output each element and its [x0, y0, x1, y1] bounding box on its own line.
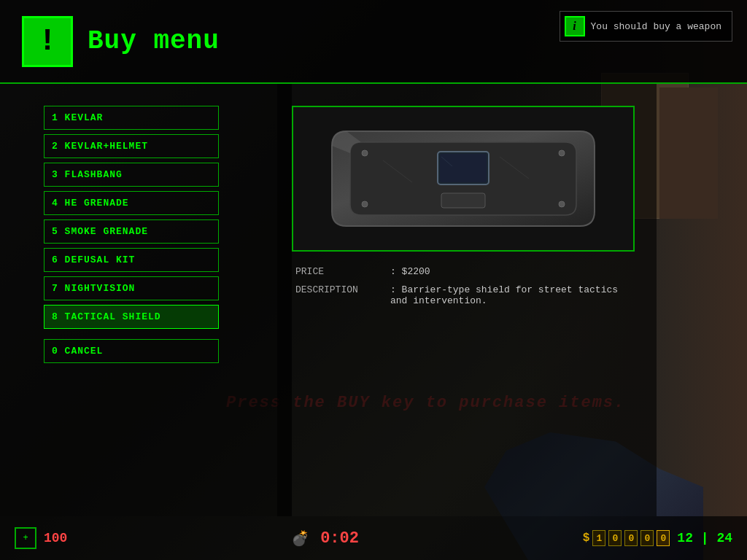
- description-row: DESCRIPTION : Barrier-type shield for st…: [295, 284, 638, 306]
- bomb-icon: 💣: [291, 529, 309, 548]
- ammo-reserve: 24: [716, 531, 732, 545]
- ammo-separator: |: [701, 531, 717, 545]
- health-icon: +: [15, 527, 36, 549]
- description-label: DESCRIPTION: [295, 284, 390, 295]
- notification-text: You should buy a weapon: [591, 21, 721, 32]
- svg-rect-3: [441, 193, 485, 208]
- exclamation-icon: !: [22, 16, 73, 67]
- item-details: PRICE : $2200 DESCRIPTION : Barrier-type…: [292, 266, 642, 306]
- health-value: 100: [44, 531, 67, 545]
- ammo-main: 12: [677, 531, 693, 545]
- bg-structure-2: [659, 88, 718, 219]
- item-image-container: [292, 106, 635, 252]
- svg-point-6: [362, 201, 368, 207]
- svg-point-5: [559, 150, 565, 156]
- menu-item-cancel[interactable]: 0 CANCEL: [44, 339, 219, 363]
- info-notification: i You should buy a weapon: [560, 11, 732, 42]
- buy-menu-list: 1 KEVLAR 2 KEVLAR+HELMET 3 FLASHBANG 4 H…: [0, 84, 292, 516]
- item-detail-panel: PRICE : $2200 DESCRIPTION : Barrier-type…: [277, 84, 657, 516]
- hud-timer: 0:02: [320, 529, 359, 548]
- money-digit-5: 0: [657, 530, 670, 546]
- shield-image: [325, 117, 602, 241]
- price-row: PRICE : $2200: [295, 266, 638, 277]
- money-digit-1: 1: [592, 530, 605, 546]
- menu-item-flashbang[interactable]: 3 FLASHBANG: [44, 163, 219, 187]
- page-title: Buy menu: [88, 26, 220, 56]
- money-display: $ 1 0 0 0 0: [583, 530, 670, 546]
- menu-item-defusal-kit[interactable]: 6 DEFUSAL KIT: [44, 248, 219, 272]
- svg-point-7: [559, 201, 565, 207]
- svg-rect-1: [440, 154, 487, 182]
- hud-left-section: + 100: [15, 527, 67, 549]
- info-icon: i: [565, 16, 585, 36]
- price-label: PRICE: [295, 266, 390, 277]
- menu-item-tactical-shield[interactable]: 8 TACTICAL SHIELD: [44, 305, 219, 329]
- money-digit-4: 0: [640, 530, 654, 546]
- menu-item-he-grenade[interactable]: 4 HE GRENADE: [44, 191, 219, 215]
- menu-item-smoke-grenade[interactable]: 5 SMOKE GRENADE: [44, 219, 219, 244]
- hud-bar: + 100 💣 0:02 $ 1 0 0 0 0 12 | 24: [0, 516, 747, 560]
- ammo-display: 12 | 24: [677, 531, 732, 545]
- hud-center-section: 💣 0:02: [291, 529, 359, 548]
- hud-right-section: $ 1 0 0 0 0 12 | 24: [583, 530, 732, 546]
- description-value: : Barrier-type shield for street tactics…: [390, 284, 638, 306]
- menu-item-nightvision[interactable]: 7 NIGHTVISION: [44, 276, 219, 300]
- money-digit-3: 0: [624, 530, 638, 546]
- menu-item-kevlar[interactable]: 1 KEVLAR: [44, 106, 219, 130]
- menu-item-kevlar-helmet[interactable]: 2 KEVLAR+HELMET: [44, 134, 219, 158]
- money-digit-2: 0: [608, 530, 622, 546]
- price-value: : $2200: [390, 266, 638, 277]
- svg-point-4: [362, 150, 368, 156]
